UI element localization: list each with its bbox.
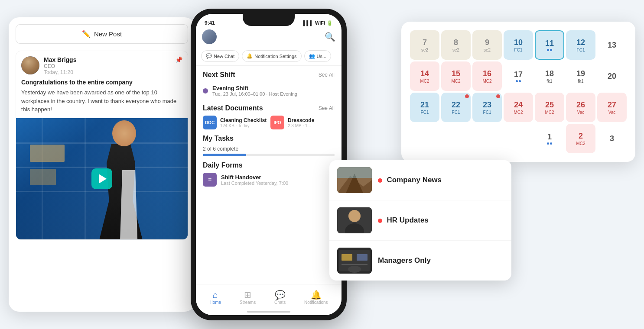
- calendar-cell[interactable]: 24MC2: [504, 93, 533, 122]
- status-icons: ▌▌▌ WiFi 🔋: [303, 20, 333, 26]
- cal-day-num: 21: [420, 100, 429, 110]
- calendar-cell[interactable]: [410, 124, 439, 153]
- calendar-cell[interactable]: 15MC2: [441, 61, 471, 91]
- next-shift-see-all[interactable]: See All: [319, 72, 335, 78]
- doc-icon-1: DOC: [203, 116, 217, 129]
- calendar-cell[interactable]: 17: [504, 61, 533, 91]
- calendar-cell[interactable]: 9se2: [472, 30, 502, 60]
- nav-chats-label: Chats: [274, 300, 286, 305]
- calendar-cell[interactable]: 7se2: [410, 30, 439, 60]
- cal-day-num: 17: [514, 70, 523, 79]
- cal-dot: [547, 142, 549, 145]
- form-icon: ≡: [203, 173, 217, 187]
- user-btn[interactable]: 👥 Us...: [304, 50, 332, 62]
- cal-day-num: 12: [576, 38, 585, 47]
- mountain-thumb-svg: [337, 167, 372, 193]
- post-header: Max Briggs CEO Today, 11:20 📌: [16, 51, 188, 79]
- docs-see-all[interactable]: See All: [319, 105, 335, 111]
- play-button[interactable]: [91, 168, 112, 189]
- cal-day-label: Vac: [608, 110, 616, 115]
- doc-item-1: DOC Cleaning Checklist 124 KB · Today: [203, 116, 267, 129]
- cal-day-label: Vac: [577, 110, 585, 115]
- calendar-cell[interactable]: 20: [597, 61, 627, 91]
- calendar-cell[interactable]: [441, 124, 471, 153]
- user-avatar: [202, 29, 217, 44]
- cal-dot: [516, 80, 518, 82]
- cal-day-label: FC1: [514, 48, 523, 52]
- new-chat-btn[interactable]: 💬 New Chat: [201, 50, 239, 62]
- calendar-cell[interactable]: 14MC2: [410, 61, 439, 91]
- calendar-grid: 7se28se29se210FC11112FC11314MC215MC216MC…: [410, 30, 627, 153]
- calendar-cell[interactable]: 19fk1: [566, 61, 595, 91]
- calendar-cell[interactable]: [472, 124, 502, 153]
- calendar-cell[interactable]: 22FC1: [441, 93, 471, 122]
- stream-dot-hr-updates: [378, 219, 382, 223]
- new-chat-label: New Chat: [214, 54, 234, 59]
- edit-icon: ✏️: [82, 30, 91, 38]
- shift-dot: [203, 88, 208, 94]
- post-title: Congratulations to the entire company: [21, 79, 182, 86]
- calendar-cell[interactable]: 13: [597, 30, 627, 60]
- chat-icon: 💬: [206, 53, 212, 59]
- calendar-cell[interactable]: 26Vac: [566, 93, 595, 122]
- task-progress-text: 2 of 6 complete: [203, 146, 335, 152]
- status-time: 9:41: [205, 20, 215, 26]
- tasks-header: My Tasks: [203, 135, 335, 142]
- nav-chats[interactable]: 💬 Chats: [274, 290, 286, 305]
- phone-top-bar: 🔍: [196, 28, 342, 47]
- calendar-cell[interactable]: 1: [535, 124, 564, 153]
- cal-day-num: 16: [483, 69, 491, 78]
- cal-day-num: 10: [514, 38, 523, 47]
- phone-device: 9:41 ▌▌▌ WiFi 🔋 🔍 💬 New Chat 🔔: [191, 9, 347, 320]
- stream-item-hr-updates[interactable]: HR Updates: [329, 200, 511, 241]
- calendar-cell[interactable]: [504, 124, 533, 153]
- calendar-cell[interactable]: 27Vac: [597, 93, 627, 122]
- cal-dot: [550, 49, 552, 51]
- calendar-cell[interactable]: 23FC1: [472, 93, 502, 122]
- avatar: [21, 56, 39, 74]
- cal-day-num: 2: [579, 132, 583, 141]
- cal-dot: [550, 142, 552, 145]
- cal-day-label: MC2: [545, 110, 554, 115]
- calendar-cell[interactable]: 8se2: [441, 30, 471, 60]
- calendar-cell[interactable]: 12FC1: [566, 30, 595, 60]
- calendar-cell[interactable]: 18fk1: [535, 61, 564, 91]
- chat-nav-icon: 💬: [275, 290, 286, 299]
- svg-rect-11: [342, 264, 368, 265]
- nav-streams[interactable]: ⊞ Streams: [240, 290, 256, 305]
- new-post-label: New Post: [94, 30, 122, 38]
- cal-day-num: 22: [452, 100, 460, 110]
- cal-day-num: 9: [485, 38, 489, 47]
- nav-notifications[interactable]: 🔔 Notifications: [304, 290, 328, 305]
- notification-dot: [465, 94, 469, 98]
- signal-icon: ▌▌▌: [303, 20, 313, 26]
- stream-info-company-news: Company News: [378, 176, 504, 184]
- cal-day-label: se2: [484, 48, 491, 52]
- calendar-cell[interactable]: 21FC1: [410, 93, 439, 122]
- cal-day-label: FC1: [421, 110, 429, 115]
- new-post-button[interactable]: ✏️ New Post: [16, 24, 188, 44]
- calendar-cell[interactable]: 11: [535, 30, 564, 60]
- calendar-cell[interactable]: 10FC1: [504, 30, 533, 60]
- next-shift-title: Next Shift: [203, 71, 235, 79]
- person-thumb-svg: [337, 207, 372, 233]
- calendar-cell[interactable]: 25MC2: [535, 93, 564, 122]
- calendar-cell[interactable]: 16MC2: [472, 61, 502, 91]
- bell-nav-icon: 🔔: [311, 290, 322, 299]
- cal-day-num: 20: [608, 72, 616, 81]
- calendar-cell[interactable]: 2MC2: [566, 124, 595, 153]
- cal-day-num: 1: [547, 132, 552, 142]
- stream-item-managers-only[interactable]: Managers Only: [329, 241, 511, 281]
- nav-home[interactable]: ⌂ Home: [209, 290, 221, 305]
- post-meta: Max Briggs CEO Today, 11:20: [44, 56, 182, 75]
- cal-day-label: fk1: [578, 79, 583, 84]
- search-icon[interactable]: 🔍: [325, 32, 335, 42]
- calendar-cell[interactable]: 3: [597, 124, 627, 153]
- stream-item-company-news[interactable]: Company News: [329, 160, 511, 200]
- stream-info-managers-only: Managers Only: [378, 256, 504, 265]
- cal-day-label: MC2: [451, 79, 460, 84]
- wifi-icon: WiFi: [315, 20, 325, 26]
- users-icon: 👥: [309, 53, 315, 59]
- notification-settings-btn[interactable]: 🔔 Notification Settings: [242, 50, 301, 62]
- phone-home-indicator: [247, 311, 290, 313]
